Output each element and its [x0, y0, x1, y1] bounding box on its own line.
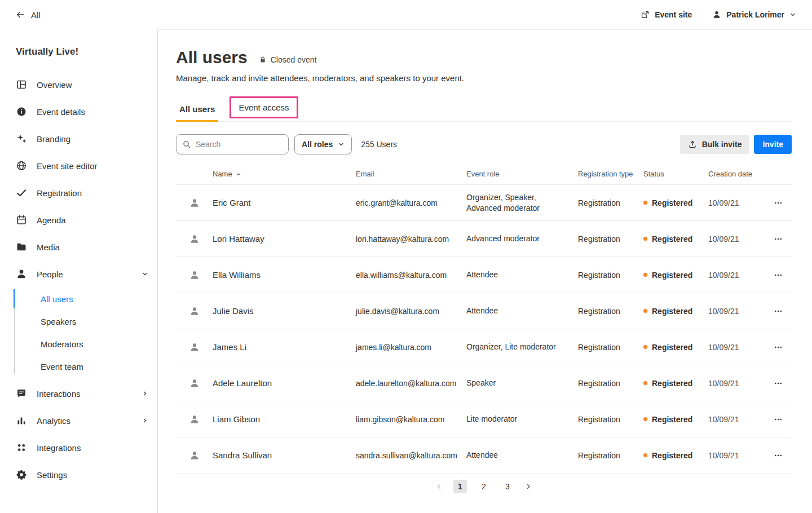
- sidebar-item-label: People: [37, 269, 63, 279]
- roles-filter-select[interactable]: All roles: [294, 134, 352, 154]
- avatar-icon: [176, 342, 213, 353]
- registration-type: Registration: [578, 307, 643, 316]
- row-actions-button[interactable]: [765, 415, 792, 424]
- status-label: Registered: [652, 415, 692, 424]
- avatar-icon: [176, 233, 213, 245]
- avatar-icon: [176, 450, 213, 461]
- avatar-icon: [176, 306, 213, 317]
- tab-bar: All users Event access: [176, 96, 792, 122]
- user-name: Eric Grant: [213, 198, 356, 207]
- creation-date: 10/09/21: [708, 307, 765, 316]
- sidebar-item-event-site-editor[interactable]: Event site editor: [0, 152, 157, 179]
- row-actions-button[interactable]: [765, 379, 792, 388]
- check-icon: [16, 187, 27, 198]
- invite-button[interactable]: Invite: [754, 135, 792, 154]
- row-actions-button[interactable]: [765, 343, 792, 352]
- status-badge: Registered: [643, 451, 708, 460]
- topbar-actions: Event site Patrick Lorimer: [641, 10, 796, 19]
- page-3-button[interactable]: 3: [501, 480, 514, 493]
- status-label: Registered: [652, 271, 692, 280]
- bulk-invite-button[interactable]: Bulk invite: [680, 135, 750, 154]
- avatar-icon: [176, 269, 213, 281]
- tab-event-access[interactable]: Event access: [230, 96, 298, 118]
- column-label: Name: [213, 170, 232, 178]
- user-email: adele.laurelton@kaltura.com: [356, 379, 466, 388]
- sidebar-item-analytics[interactable]: Analytics: [0, 407, 157, 434]
- sidebar-item-event-team[interactable]: Event team: [0, 355, 157, 378]
- sidebar-item-label: Registration: [37, 188, 82, 198]
- event-role: Organizer, Speaker, Advanced moderator: [466, 192, 578, 213]
- sidebar-item-branding[interactable]: Branding: [0, 125, 157, 152]
- row-actions-button[interactable]: [765, 451, 792, 460]
- table-header: Name Email Event role Registration type …: [176, 163, 792, 185]
- row-actions-button[interactable]: [765, 198, 792, 207]
- user-name: Sandra Sullivan: [213, 450, 356, 460]
- status-dot: [643, 237, 647, 241]
- column-label: Creation date: [708, 170, 765, 178]
- back-label: All: [31, 10, 41, 20]
- user-email: liam.gibson@kaltura.com: [356, 415, 466, 424]
- back-nav[interactable]: All: [16, 10, 41, 20]
- sidebar-item-speakers[interactable]: Speakers: [0, 310, 157, 333]
- page-1-button[interactable]: 1: [453, 480, 467, 493]
- avatar-icon: [176, 378, 213, 389]
- registration-type: Registration: [578, 415, 643, 424]
- sidebar-item-overview[interactable]: Overview: [0, 71, 157, 98]
- creation-date: 10/09/21: [708, 451, 765, 460]
- event-site-label: Event site: [655, 10, 692, 19]
- sidebar-item-agenda[interactable]: Agenda: [0, 206, 157, 233]
- sidebar-item-label: Interactions: [37, 389, 81, 399]
- status-badge: Registered: [643, 415, 708, 424]
- sidebar-item-all-users[interactable]: All users: [0, 288, 157, 310]
- gear-icon: [16, 469, 27, 480]
- sidebar-item-moderators[interactable]: Moderators: [0, 333, 157, 355]
- sidebar-subitem-label: Moderators: [41, 339, 83, 349]
- row-actions-button[interactable]: [765, 235, 792, 244]
- user-menu[interactable]: Patrick Lorimer: [712, 10, 796, 19]
- registration-type: Registration: [578, 198, 643, 207]
- search-box: [176, 134, 289, 154]
- chevron-down-icon: [789, 11, 796, 18]
- status-badge: Registered: [643, 235, 708, 244]
- user-name: James Li: [213, 342, 356, 352]
- sidebar-subitem-label: Speakers: [41, 317, 76, 326]
- column-label: Event role: [466, 170, 578, 178]
- status-dot: [643, 201, 647, 205]
- search-input[interactable]: [196, 140, 283, 149]
- status-label: Registered: [652, 379, 692, 388]
- creation-date: 10/09/21: [708, 343, 765, 352]
- sort-chevron-icon: [235, 171, 242, 178]
- row-actions-button[interactable]: [765, 271, 792, 280]
- creation-date: 10/09/21: [708, 198, 765, 207]
- sidebar-item-label: Overview: [37, 80, 72, 90]
- tab-all-users[interactable]: All users: [176, 99, 218, 121]
- sidebar-nav: Overview Event details Branding Event si…: [0, 71, 157, 488]
- status-label: Registered: [652, 307, 692, 316]
- next-page-button[interactable]: [524, 483, 532, 490]
- registration-type: Registration: [578, 451, 643, 460]
- column-name-sort[interactable]: Name: [213, 170, 356, 178]
- sidebar-item-settings[interactable]: Settings: [0, 461, 157, 488]
- sidebar-item-event-details[interactable]: Event details: [0, 98, 157, 125]
- user-name: Ella Williams: [213, 270, 356, 280]
- row-actions-button[interactable]: [765, 307, 792, 316]
- sidebar-item-integrations[interactable]: Integrations: [0, 434, 157, 461]
- prev-page-button[interactable]: [435, 483, 443, 490]
- folder-icon: [16, 241, 27, 253]
- bar-chart-icon: [16, 415, 27, 426]
- sidebar-item-label: Media: [37, 242, 60, 252]
- page-2-button[interactable]: 2: [477, 480, 491, 493]
- status-badge: Registered: [643, 307, 708, 316]
- blocks-icon: [16, 442, 27, 453]
- closed-event-badge: Closed event: [259, 55, 317, 64]
- sidebar-item-media[interactable]: Media: [0, 233, 157, 260]
- sidebar-item-registration[interactable]: Registration: [0, 179, 157, 206]
- status-label: Registered: [652, 198, 692, 207]
- search-icon: [182, 140, 191, 149]
- info-icon: [16, 106, 27, 117]
- sidebar-item-interactions[interactable]: Interactions: [0, 380, 157, 407]
- sidebar-item-people[interactable]: People: [0, 260, 157, 288]
- event-site-link[interactable]: Event site: [641, 10, 692, 19]
- table-row: Sandra Sullivan sandra.sullivan@kaltura.…: [176, 437, 792, 474]
- upload-icon: [688, 140, 697, 149]
